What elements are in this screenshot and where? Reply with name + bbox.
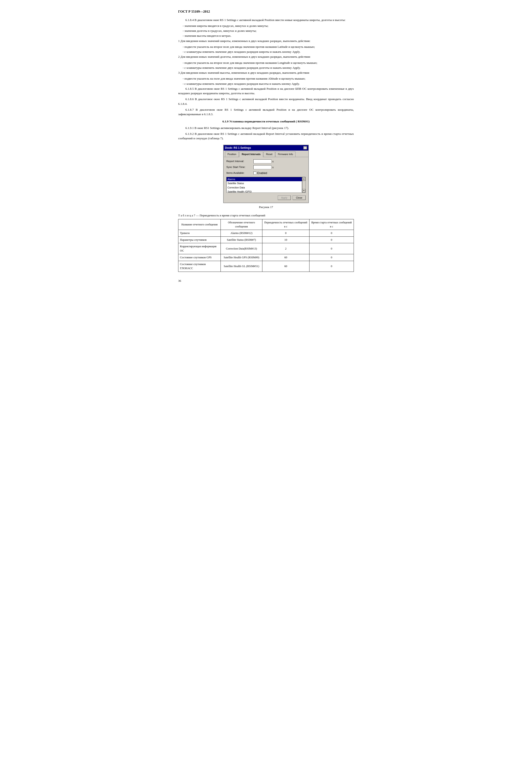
tab-report-intervals[interactable]: Report Intervals [239,151,263,157]
table-cell-col3: 0 [309,261,354,272]
dialog-buttons: Apply Close [226,195,306,201]
table-cell-col0: Тревоги [178,230,221,237]
table-cell-col2: 2 [262,243,309,254]
list-item-satellite-status[interactable]: Satellite Status [227,181,302,185]
items-available-label: Items Available: [226,171,253,175]
para-6191: 6.1.9.1 В окне RS1 Settings активизирова… [178,126,354,130]
col-header-name: Название отчетного сообщения [178,219,221,230]
para-6187: 6.1.8.7 В диалоговом окне RS 1 Settings … [178,107,354,117]
table-row: Параметры спутниковSatellite Status (RSI… [178,237,354,243]
report-interval-input[interactable] [253,159,271,163]
sync-start-unit: s [272,165,274,169]
col-header-start-time: Время старта отчетных сообщений в с [309,219,354,230]
dialog-tabs: Position Report Intervals Reset Firmware… [224,150,308,157]
report-interval-row: Report Interval: s [226,159,306,163]
table-cell-col2: 10 [262,237,309,243]
table-cell-col0: Состояние спутников ГЛОНАСС [178,261,221,272]
para-p2d2: - с клавиатуры изменить значение двух мл… [183,66,354,70]
apply-button[interactable]: Apply [278,196,291,200]
table-row: Состояние спутников ГЛОНАССSatellite Hea… [178,261,354,272]
listbox-container: Alarms Satellite Status Correction Data … [226,177,306,193]
tab-reset[interactable]: Reset [264,151,275,157]
list-item-alarms[interactable]: Alarms [227,177,302,181]
table-cell-col1: Alarms (RSIM#12) [221,230,262,237]
sync-start-input[interactable] [253,165,271,169]
table-row: Корректирующая информация ОСCorrection D… [178,243,354,254]
dialog-box: Doob: RS 1 Settings × Position Report In… [223,145,309,203]
figure-caption: Рисунок 17 [178,205,354,210]
para-6184: 6.1.8.4 В диалоговом окне RS 1 Settings … [178,18,354,22]
close-button[interactable]: Close [293,196,306,200]
tab-position[interactable]: Position [225,151,239,157]
table-cell-col2: 60 [262,261,309,272]
page-header-title: ГОСТ Р 55109—2012 [178,9,354,14]
para-p1: 1 Для введения новых значений широты, из… [178,39,354,43]
para-6185: 6.1.8.5 В диалоговом окне RS 1 Settings … [178,86,354,96]
report-interval-label: Report Interval: [226,159,253,163]
enabled-checkbox[interactable] [253,171,256,174]
para-6186: 6.1.8.6 В диалоговое окно RS 1 Settings … [178,97,354,106]
tab-firmware-info[interactable]: Firmware Info [275,151,296,157]
para-p3d1: - подвести указатель на поле для ввода з… [183,76,354,81]
listbox-scrollbar[interactable]: ▲ ▼ [302,177,306,193]
table-cell-col3: 0 [309,237,354,243]
table-cell-col1: Satellite Status (RSIM#7) [221,237,262,243]
scrollbar-up-arrow[interactable]: ▲ [302,177,305,181]
para-p3d2: - с клавиатуры изменить значение двух мл… [183,82,354,86]
dialog-title: Doob: RS 1 Settings [225,146,251,150]
para-6192: 6.1.9.2 В диалоговом окне RS 1 Settings … [178,132,354,141]
para-p3: 3 Для введения новых значений высоты, из… [178,70,354,75]
enabled-label: Enabled [257,171,267,175]
report-interval-unit: s [272,159,274,163]
list-item-satellite-health-gps[interactable]: Satellite Health (GPS) [227,189,302,193]
table-cell-col3: 0 [309,254,354,261]
col-header-designation: Обозначение отчетного сообщения [221,219,262,230]
table-cell-col0: Параметры спутников [178,237,221,243]
para-p1d2: - с клавиатуры изменить значение двух мл… [183,50,354,54]
table-cell-col2: 60 [262,254,309,261]
para-p2d1: - подвести указатель на второе поле для … [183,61,354,65]
dialog-container: Doob: RS 1 Settings × Position Report In… [178,145,354,203]
sync-start-label: Sync Start Time: [226,165,253,169]
page-number: 36 [178,279,354,283]
items-available-row: Items Available: Enabled [226,171,306,175]
list-item-correction-data[interactable]: Correction Data [227,185,302,190]
table-cell-col0: Состояние спутников GPS [178,254,221,261]
dialog-content: Report Interval: s Sync Start Time: s It… [224,157,308,203]
para-dash1: - значения широты вводятся в градусах, м… [183,24,354,28]
table-cell-col1: Correction Data(RSIM#13) [221,243,262,254]
table-row: ТревогиAlarms (RSIM#12)00 [178,230,354,237]
dialog-close-button[interactable]: × [303,146,307,149]
listbox[interactable]: Alarms Satellite Status Correction Data … [226,177,302,193]
sync-start-row: Sync Start Time: s [226,165,306,169]
table-cell-col0: Корректирующая информация ОС [178,243,221,254]
table-caption: Т а б л и ц а 7 — Периодичность и время … [178,213,354,218]
para-dash3: - значения высоты вводятся в метрах. [183,34,354,38]
para-dash2: - значения долготы в градусах, минутах и… [183,29,354,33]
table-cell-col3: 0 [309,230,354,237]
table-cell-col1: Satellite Health GL (RSIM#51) [221,261,262,272]
table-cell-col3: 0 [309,243,354,254]
para-p1d1: - подвести указатель на второе поле для … [183,45,354,49]
data-table: Название отчетного сообщения Обозначение… [178,219,354,272]
table-row: Состояние спутников GPSSatellite Health … [178,254,354,261]
dialog-titlebar: Doob: RS 1 Settings × [224,145,308,150]
table-cell-col1: Satellite Health GPS (RSIM#9) [221,254,262,261]
table-cell-col2: 0 [262,230,309,237]
table-header-row: Название отчетного сообщения Обозначение… [178,219,354,230]
col-header-periodicity: Периодичность отчетных сообщений в с [262,219,309,230]
scrollbar-down-arrow[interactable]: ▼ [302,189,305,192]
section-619-heading: 6.1.9 Установка периодичности отчетных с… [178,119,354,124]
para-p2: 2 Для введения новых значений долготы, и… [178,55,354,59]
